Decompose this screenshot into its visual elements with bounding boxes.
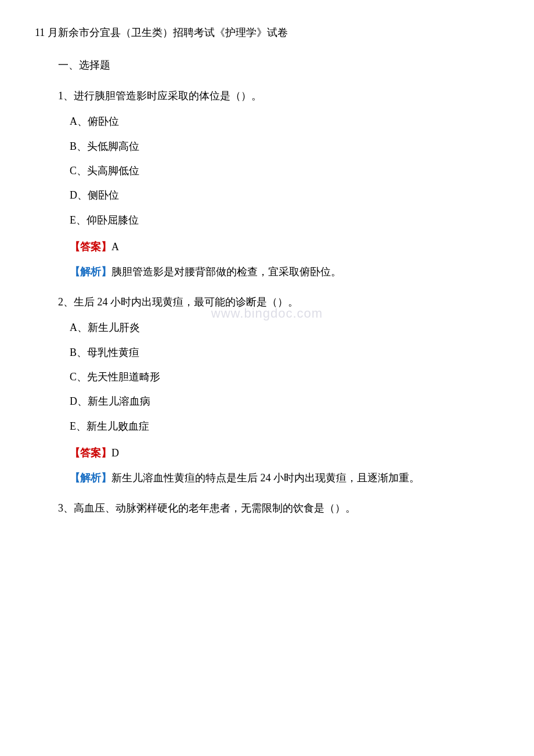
question-2-option-e: E、新生儿败血症 <box>70 417 499 435</box>
analysis-label-1: 【解析】 <box>70 266 111 278</box>
question-1-analysis: 【解析】胰胆管造影是对腰背部做的检查，宜采取俯卧位。 <box>70 262 499 281</box>
question-1-option-d: D、侧卧位 <box>70 186 499 204</box>
question-3: 3、高血压、动脉粥样硬化的老年患者，无需限制的饮食是（）。 <box>35 499 499 517</box>
question-1-text: 1、进行胰胆管造影时应采取的体位是（）。 <box>58 87 499 105</box>
question-1-option-b: B、头低脚高位 <box>70 137 499 156</box>
analysis-label-2: 【解析】 <box>70 472 111 484</box>
question-1-option-e: E、仰卧屈膝位 <box>70 211 499 229</box>
question-1-answer: 【答案】A <box>70 237 499 256</box>
page-title: 11 月新余市分宜县（卫生类）招聘考试《护理学》试卷 <box>35 23 499 42</box>
answer-value-2: D <box>111 447 119 459</box>
question-3-text: 3、高血压、动脉粥样硬化的老年患者，无需限制的饮食是（）。 <box>58 499 499 517</box>
question-2-option-c: C、先天性胆道畸形 <box>70 368 499 386</box>
question-1-option-c: C、头高脚低位 <box>70 161 499 180</box>
question-2-option-d: D、新生儿溶血病 <box>70 392 499 411</box>
answer-label-1: 【答案】 <box>70 241 111 253</box>
question-1-option-a: A、俯卧位 <box>70 112 499 131</box>
section-title: 一、选择题 <box>58 56 499 74</box>
question-2-text: 2、生后 24 小时内出现黄疸，最可能的诊断是（）。 <box>58 293 499 311</box>
answer-label-2: 【答案】 <box>70 447 111 459</box>
analysis-text-1: 胰胆管造影是对腰背部做的检查，宜采取俯卧位。 <box>111 266 341 278</box>
analysis-text-2: 新生儿溶血性黄疸的特点是生后 24 小时内出现黄疸，且逐渐加重。 <box>111 472 420 484</box>
question-2-option-a: A、新生儿肝炎 <box>70 318 499 337</box>
answer-value-1: A <box>111 241 119 253</box>
question-2: 2、生后 24 小时内出现黄疸，最可能的诊断是（）。 A、新生儿肝炎 B、母乳性… <box>35 293 499 487</box>
question-1: 1、进行胰胆管造影时应采取的体位是（）。 A、俯卧位 B、头低脚高位 C、头高脚… <box>35 87 499 281</box>
question-2-option-b: B、母乳性黄疸 <box>70 343 499 362</box>
question-2-analysis: 【解析】新生儿溶血性黄疸的特点是生后 24 小时内出现黄疸，且逐渐加重。 <box>70 469 499 487</box>
question-2-answer: 【答案】D <box>70 444 499 462</box>
